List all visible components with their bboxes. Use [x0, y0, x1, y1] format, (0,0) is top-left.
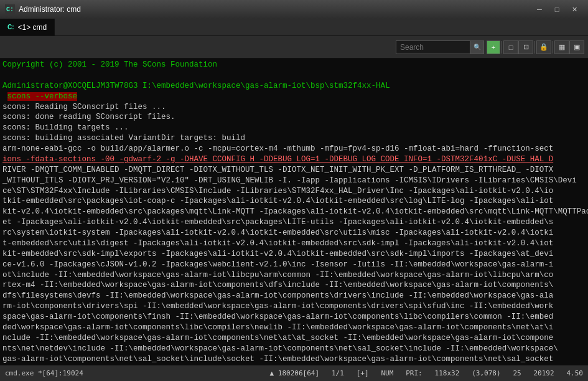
output-line-18: dfs\filesystems\devfs -II:\embedded\work…: [2, 291, 553, 300]
status-position: ▲ 180206[64] 1/1 [+] NUM PRI: 118x32 (3,…: [270, 369, 583, 377]
output-line-17: rtex-m4 -II:\embedded\workspace\gas-alar…: [2, 281, 553, 289]
output-line-4: arm-none-eabi-gcc -o build/app/alarmer.o…: [2, 144, 553, 153]
output-line-19: rm-iot\components\drivers\spi -II:\embed…: [2, 302, 553, 311]
window-controls: ─ □ ✕: [531, 3, 583, 16]
copyright-text: Copyright (c) 2001 - 2019 The SCons Foun…: [2, 60, 217, 69]
close-button[interactable]: ✕: [566, 3, 583, 16]
status-process: cmd.exe *[64]:19024: [5, 369, 83, 377]
separator: [502, 41, 502, 54]
tile-button[interactable]: □: [503, 40, 518, 54]
output-line-15: ce-v1.6.0 -Ipackages\cJSON-v1.0.2 -Ipack…: [2, 260, 553, 269]
separator3: [553, 41, 553, 54]
lock-button[interactable]: 🔒: [536, 40, 551, 54]
app-icon: C:: [5, 4, 15, 14]
command-line: scons --verbose: [2, 92, 77, 101]
search-box: 🔍 + □ ⊡ 🔒 ▦ ▣: [396, 40, 584, 54]
output-line-0: scons: Reading SConscript files ...: [2, 103, 166, 111]
window-title: Administrator: cmd: [19, 5, 527, 14]
prompt-line: Administrator@XOCQELJM3TW78G3 I:\embedde…: [2, 82, 390, 90]
maximize-button[interactable]: □: [548, 3, 566, 16]
output-line-14: kit-embedded\src\sdk-impl\exports -Ipack…: [2, 250, 553, 258]
grid-button[interactable]: ⊡: [518, 40, 533, 54]
output-line-7: _WITHOUT_ITLS -DIOTX_PRJ_VERSION="V2.10"…: [2, 176, 577, 185]
output-line-9: tkit-embedded\src\packages\iot-coap-c -I…: [2, 197, 553, 205]
layout-btn1[interactable]: ▦: [554, 40, 569, 54]
tab-label: <1> cmd: [18, 23, 47, 32]
terminal-window[interactable]: Copyright (c) 2001 - 2019 The SCons Foun…: [0, 59, 588, 365]
search-input[interactable]: [396, 40, 470, 54]
output-line-3: scons: building associated VariantDir ta…: [2, 134, 245, 143]
output-line-1: scons: done reading SConscript files.: [2, 113, 175, 121]
tabbar: C: <1> cmd: [0, 19, 588, 36]
output-line-21: ded\workspace\gas-alarm-iot\components\l…: [2, 323, 553, 332]
separator2: [534, 41, 535, 54]
statusbar-right: ▲ 180206[64] 1/1 [+] NUM PRI: 118x32 (3,…: [270, 369, 583, 377]
layout-btn2[interactable]: ▣: [569, 40, 584, 54]
tab-cmd[interactable]: C: <1> cmd: [0, 19, 55, 35]
output-line-2: scons: Building targets ...: [2, 123, 129, 132]
titlebar: C: Administrator: cmd ─ □ ✕: [0, 0, 588, 19]
cmd-icon: C:: [6, 6, 14, 13]
output-line-8: ce\ST\STM32F4xx\Include -ILibraries\CMSI…: [2, 187, 553, 195]
minimize-button[interactable]: ─: [531, 3, 548, 16]
output-line-13: t-embedded\src\utils\digest -Ipackages\a…: [2, 239, 553, 248]
statusbar: cmd.exe *[64]:19024 ▲ 180206[64] 1/1 [+]…: [0, 365, 588, 381]
output-line-23: nts\net\netdev\include -II:\embedded\wor…: [2, 344, 558, 353]
output-line-24: gas-alarm-iot\components\net\sal_socket\…: [2, 355, 553, 364]
output-line-20: space\gas-alarm-iot\components\finsh -II…: [2, 313, 553, 321]
toolbar: 🔍 + □ ⊡ 🔒 ▦ ▣: [0, 36, 588, 59]
search-button[interactable]: 🔍: [470, 40, 484, 54]
output-line-22: nclude -II:\embedded\workspace\gas-alarm…: [2, 334, 553, 342]
output-line-5: ions -fdata-sections -00 -gdwarf-2 -g -D…: [2, 155, 553, 164]
output-line-12: rc\system\iotkit-system -Ipackages\ali-i…: [2, 228, 553, 237]
tab-icon: C:: [7, 24, 14, 31]
output-line-11: et -Ipackages\ali-iotkit-v2.0.4\iotkit-e…: [2, 218, 553, 227]
new-tab-button[interactable]: +: [487, 40, 500, 54]
output-line-16: ot\include -II:\embedded\workspace\gas-a…: [2, 271, 553, 280]
terminal-output: Copyright (c) 2001 - 2019 The SCons Foun…: [2, 60, 586, 365]
output-line-10: kit-v2.0.4\iotkit-embedded\src\packages\…: [2, 207, 588, 216]
output-line-6: RIVER -DMQTT_COMM_ENABLED -DMQTT_DIRECT …: [2, 166, 553, 174]
